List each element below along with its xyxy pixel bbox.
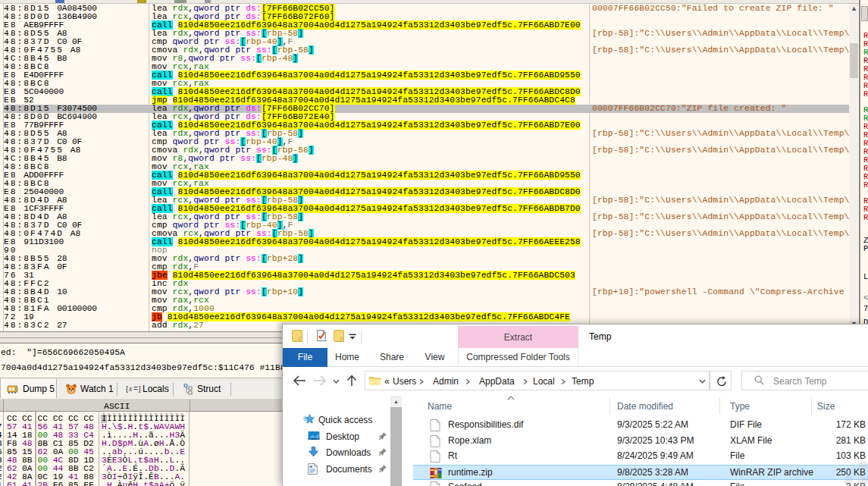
file-date: 8/29/2025 4:48 AM	[617, 481, 694, 486]
address-dropdown-icon[interactable]	[699, 379, 706, 384]
column-separator[interactable]	[719, 397, 720, 414]
back-icon[interactable]	[293, 375, 306, 386]
disasm-row[interactable]: 48:8BC1mov rax,rcx	[0, 296, 849, 305]
disasm-row[interactable]: E8 ADD0FFFFcall 810d4850ee216df639648a37…	[0, 171, 849, 180]
disasm-row[interactable]: 48:0F4755 A8cmova rdx,qword ptr ss:[rbp-…	[0, 146, 849, 155]
recent-locations-icon[interactable]	[333, 379, 340, 384]
disasm-row[interactable]: 48:8D15 F3074500lea rdx,qword ptr ds:[7F…	[0, 105, 849, 113]
sidebar-item-label: Downloads	[326, 447, 371, 458]
qat-folder-icon[interactable]	[292, 330, 302, 342]
breadcrumb-chevron-icon[interactable]	[561, 378, 566, 385]
disasm-scrollbar-thumb[interactable]	[850, 43, 858, 78]
disasm-row[interactable]: 48:8D55 A8lea rdx,qword ptr ss:[rbp-58][…	[0, 30, 849, 38]
column-type[interactable]: Type	[730, 401, 750, 412]
debugger-tab-watch-1[interactable]: Watch 1	[57, 379, 118, 399]
sidebar-scroll-up-icon[interactable]: ▲	[390, 396, 402, 407]
disasm-row[interactable]: 48:8D15 0A084500lea rdx,qword ptr ds:[7F…	[0, 5, 849, 13]
breadcrumb-chevron-icon[interactable]	[523, 378, 528, 385]
sidebar-scrollbar[interactable]: ▲	[390, 396, 402, 486]
ribbon-tab-bar: File Home Share View Compressed Folder T…	[283, 348, 868, 367]
sidebar-item-desktop[interactable]: Desktop	[283, 429, 390, 445]
debugger-tab-dump-5[interactable]: Dump 5	[0, 379, 57, 399]
file-row-rt[interactable]: Rt8/24/2025 9:49 AMFile103 KB	[413, 449, 868, 464]
explorer-title-bar[interactable]: Extract Temp	[283, 325, 868, 348]
breadcrumb-admin[interactable]: Admin	[433, 376, 459, 387]
column-separator[interactable]	[609, 397, 610, 414]
breadcrumb-users[interactable]: Users	[393, 376, 416, 387]
disasm-row[interactable]: 76 31jbe 810d4850ee216df639648a37004a0d4…	[0, 271, 849, 280]
tab-share[interactable]: Share	[367, 348, 417, 367]
column-size[interactable]: Size	[817, 401, 835, 412]
disasm-row[interactable]: E8 911D3100call 810d4850ee216df639648a37…	[0, 238, 849, 246]
dump-row[interactable]: 161412BF685FF.H.ÀuêH.t$aA+ö.ÿ	[0, 481, 281, 486]
dump-hex-byte[interactable]: FF	[83, 481, 94, 486]
qat-checked-document-icon[interactable]	[317, 330, 326, 341]
disasm-row[interactable]: 48:0F4755 A8cmova rdx,qword ptr ss:[rbp-…	[0, 46, 849, 55]
file-list-header: Name Date modified Type Size	[404, 396, 868, 415]
breadcrumb-appdata[interactable]: AppData	[479, 376, 515, 387]
breadcrumb-chevron-icon[interactable]	[465, 378, 470, 385]
qat-separator	[307, 331, 308, 343]
disasm-row[interactable]: 48:837D C0 0Fcmp qword ptr ss:[rbp-40],F	[0, 221, 849, 230]
address-bar[interactable]: «UsersAdminAppDataLocalTemp	[365, 371, 710, 390]
forward-icon[interactable]	[313, 375, 327, 386]
qat-folder2-icon[interactable]	[334, 330, 344, 342]
contextual-tab-header[interactable]: Extract	[458, 326, 578, 348]
breadcrumb-local[interactable]: Local	[533, 376, 555, 387]
file-row-seafood[interactable]: Seafood8/29/2025 4:48 AMFile3 KB	[413, 480, 868, 486]
debugger-tab-struct[interactable]: Struct	[174, 379, 231, 399]
qat-customize-icon[interactable]	[349, 334, 356, 340]
column-date-modified[interactable]: Date modified	[617, 401, 673, 412]
disasm-row[interactable]: E8 E4D0FFFFcall 810d4850ee216df639648a37…	[0, 71, 849, 80]
dump-hex-byte[interactable]: 41	[22, 481, 33, 486]
dump-hex-byte[interactable]: 61	[7, 481, 17, 486]
refresh-button[interactable]	[710, 371, 732, 390]
disasm-row[interactable]: 4C:8B45 B8mov r8,qword ptr ss:[rbp-48]	[0, 55, 849, 63]
file-date: 9/8/2025 3:28 AM	[617, 467, 688, 478]
generic-file-icon	[430, 419, 442, 431]
tab-home[interactable]: Home	[327, 348, 367, 367]
file-row-runtime-zip[interactable]: runtime.zip9/8/2025 3:28 AMWinRAR ZIP ar…	[413, 465, 868, 480]
sidebar-scrollbar-thumb[interactable]	[390, 407, 402, 486]
breadcrumb-temp[interactable]: Temp	[572, 376, 594, 387]
column-separator[interactable]	[811, 397, 812, 414]
column-name[interactable]: Name	[428, 401, 452, 412]
disasm-row[interactable]: 48:FFC2inc rdx	[0, 280, 849, 288]
disasm-row[interactable]: 48:837D C0 0Fcmp qword ptr ss:[rbp-40],F	[0, 38, 849, 46]
sidebar-item-quick-access[interactable]: Quick access	[283, 412, 390, 428]
disasm-row[interactable]: 48:8D4D A8lea rcx,qword ptr ss:[rbp-58][…	[0, 213, 849, 221]
dump-hex-byte[interactable]: 85	[68, 481, 79, 486]
file-row-responsibilities-dif[interactable]: Responsibilities.dif9/3/2025 5:22 AMDIF …	[413, 418, 868, 433]
disasm-row[interactable]: E8 1CF3FFFFcall 810d4850ee216df639648a37…	[0, 205, 849, 213]
debugger-tab-locals[interactable]: [x=]Locals	[118, 379, 174, 399]
instruction-text: jbe 810d4850ee216df639648a37004a0d4d1275…	[152, 271, 575, 280]
disasm-row[interactable]: 90nop	[0, 246, 849, 255]
file-date: 9/3/2025 5:22 AM	[617, 419, 688, 430]
disasm-row[interactable]: 48:8B4D 10mov rcx,qword ptr ss:[rbp+10][…	[0, 288, 849, 296]
disasm-row[interactable]: E8 25040000call 810d4850ee216df639648a37…	[0, 188, 849, 196]
scroll-up-icon[interactable]: ▲	[849, 4, 859, 14]
registers-pane-button[interactable]	[861, 6, 868, 21]
dump-ascii-header[interactable]: ASCII	[104, 402, 130, 411]
disasm-row[interactable]: EB 52jmp 810d4850ee216df639648a37004a0d4…	[0, 96, 849, 105]
disasm-row[interactable]: 48:8D55 A8lea rdx,qword ptr ss:[rbp-58][…	[0, 130, 849, 138]
up-icon[interactable]	[346, 375, 357, 387]
disasm-row[interactable]: 72 19jb 810d4850ee216df639648a37004a0d4d…	[0, 313, 849, 321]
disasm-row[interactable]: E8 77B9FFFFcall 810d4850ee216df639648a37…	[0, 121, 849, 130]
tab-file[interactable]: File	[283, 348, 327, 367]
disasm-row[interactable]: 4C:8B45 B8mov r8,qword ptr ss:[rbp-48]	[0, 155, 849, 163]
search-box[interactable]: Search Temp	[741, 371, 868, 390]
breadcrumb-collapse[interactable]: «	[384, 376, 390, 387]
disasm-row[interactable]: 48:8B55 28mov rdx,qword ptr ss:[rbp+28]	[0, 255, 849, 263]
disasm-row[interactable]: E8 AEB9FFFFcall 810d4850ee216df639648a37…	[0, 21, 849, 30]
tab-compressed-folder-tools[interactable]: Compressed Folder Tools	[458, 348, 578, 366]
disasm-row[interactable]: 48:837D C0 0Fcmp qword ptr ss:[rbp-40],F	[0, 138, 849, 146]
breadcrumb-chevron-icon[interactable]	[419, 378, 424, 385]
disassembly-view[interactable]: 48:8D15 0A084500lea rdx,qword ptr ds:[7F…	[0, 4, 868, 332]
sidebar-item-documents[interactable]: Documents	[283, 462, 390, 478]
sidebar-item-downloads[interactable]: Downloads	[283, 445, 390, 461]
file-row-rope-xlam[interactable]: Rope.xlam9/3/2025 10:43 PMXLAM File281 K…	[413, 434, 868, 449]
dump-hex-byte[interactable]: 2B	[38, 481, 49, 486]
dump-hex-byte[interactable]: F6	[53, 481, 64, 486]
tab-view[interactable]: View	[417, 348, 453, 367]
